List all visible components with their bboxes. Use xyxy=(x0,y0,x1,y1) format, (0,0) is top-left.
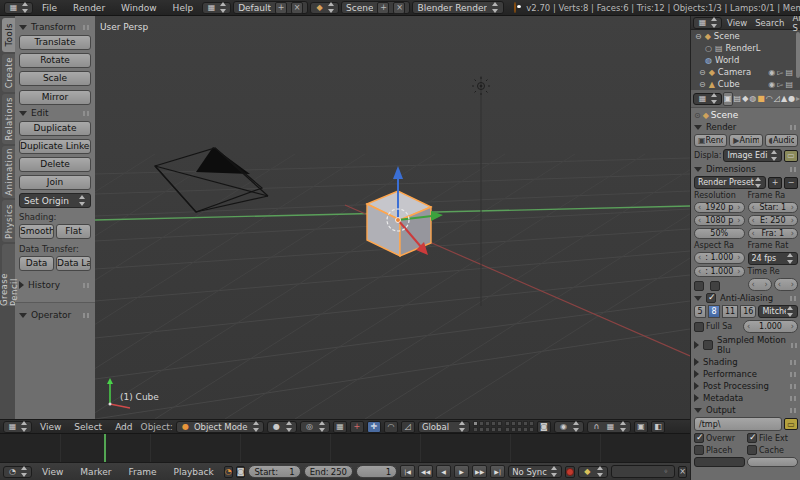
panel-shading-header[interactable]: Shading xyxy=(694,357,798,367)
menu-view[interactable]: View xyxy=(35,467,70,477)
menu-search[interactable]: Search xyxy=(752,18,787,28)
menu-view[interactable]: View xyxy=(724,18,750,28)
visibility-eye-icon[interactable]: ◉ xyxy=(768,80,775,89)
menu-window[interactable]: Window xyxy=(114,3,164,13)
outliner-item-camera[interactable]: ⊖ ◆ Camera ◉ ▻ ▤ xyxy=(691,66,800,78)
editor-type-selector[interactable]: ◔ xyxy=(3,466,32,478)
join-button[interactable]: Join xyxy=(19,175,91,190)
tab-physics[interactable]: Physics xyxy=(2,200,15,242)
aa-size-field[interactable]: ‹1.000› xyxy=(743,320,798,333)
panel-dimensions-header[interactable]: Dimensions xyxy=(694,164,798,174)
frame-rate-selector[interactable]: 24 fps xyxy=(748,252,799,265)
menu-file[interactable]: File xyxy=(35,3,64,13)
lock-frame-icon[interactable]: ◙ xyxy=(236,466,246,478)
selectable-cursor-icon[interactable]: ▻ xyxy=(777,80,783,89)
menu-add[interactable]: Add xyxy=(110,422,137,432)
tab-relations[interactable]: Relations xyxy=(2,94,15,144)
time-remap-new-field[interactable]: ‹› xyxy=(774,278,798,291)
jump-to-end-button[interactable]: ▶| xyxy=(490,465,505,478)
aa-samples-11-button[interactable]: 11 xyxy=(722,305,738,318)
tab-object-data[interactable]: ▲ xyxy=(781,92,787,106)
renderable-camera-icon[interactable]: ▤ xyxy=(785,80,793,89)
panel-antialiasing-header[interactable]: Anti-Aliasing xyxy=(694,293,798,303)
data-layout-button[interactable]: Data Lay xyxy=(56,256,91,271)
aa-filter-selector[interactable]: Mitchell- xyxy=(758,305,798,318)
tab-tools[interactable]: Tools xyxy=(2,18,15,52)
duplicate-linked-button[interactable]: Duplicate Linked xyxy=(19,139,91,154)
tab-material[interactable]: ● xyxy=(788,92,795,106)
scene-icon-button[interactable]: ◆ xyxy=(310,2,339,14)
play-button[interactable]: ▶ xyxy=(454,465,469,478)
next-keyframe-button[interactable]: ▶▶ xyxy=(472,465,487,478)
editor-type-selector[interactable]: ▦ xyxy=(3,421,32,433)
scale-button[interactable]: Scale xyxy=(19,71,91,86)
menu-marker[interactable]: Marker xyxy=(73,467,118,477)
panel-output-header[interactable]: Output xyxy=(694,405,798,415)
tab-render-layers[interactable]: ▤ xyxy=(734,92,742,106)
time-remap-old-field[interactable]: ‹› xyxy=(748,278,772,291)
play-reverse-button[interactable]: ◀ xyxy=(436,465,451,478)
tab-constraints[interactable]: ◠ xyxy=(766,92,773,106)
opengl-render-anim-button[interactable]: ◧ xyxy=(651,421,665,433)
flat-button[interactable]: Flat xyxy=(56,224,91,239)
render-engine-selector[interactable]: Blender Render xyxy=(412,1,504,14)
manipulator-axis-icon[interactable]: + xyxy=(350,421,364,433)
tab-scroll-right-icon[interactable]: ▸ xyxy=(796,93,800,104)
scene-selector[interactable]: Scene + × xyxy=(341,1,410,14)
panel-post-processing-header[interactable]: Post Processing xyxy=(694,381,798,391)
jump-to-start-button[interactable]: |◀ xyxy=(400,465,415,478)
duplicate-button[interactable]: Duplicate xyxy=(19,121,91,136)
menu-render[interactable]: Render xyxy=(66,3,112,13)
motion-blur-checkbox[interactable] xyxy=(703,340,713,350)
keying-set-type-selector[interactable]: ◆ xyxy=(578,466,608,478)
format-extra-field[interactable] xyxy=(747,457,798,467)
outliner-item-scene[interactable]: ⊖ ◆ Scene xyxy=(691,30,800,42)
manipulator-toggle[interactable]: ▦ xyxy=(333,421,347,433)
border-checkbox[interactable] xyxy=(694,281,704,291)
collapse-icon[interactable]: ⊖ xyxy=(699,68,706,77)
outliner-item-renderlayers[interactable]: ○ ▤ RenderL xyxy=(691,42,800,54)
panel-operator-header[interactable]: Operator xyxy=(19,310,91,320)
render-presets-selector[interactable]: Render Presets xyxy=(694,176,766,189)
menu-select[interactable]: Select xyxy=(69,422,107,432)
editor-type-selector[interactable]: ▦ xyxy=(4,2,33,14)
cache-result-checkbox[interactable]: Cache xyxy=(747,445,798,455)
panel-performance-header[interactable]: Performance xyxy=(694,369,798,379)
close-layout-button[interactable]: × xyxy=(291,2,303,14)
tab-scene[interactable]: ◆ xyxy=(742,92,748,106)
menu-frame[interactable]: Frame xyxy=(121,467,163,477)
render-animation-button[interactable]: ▶ Anim xyxy=(729,134,762,147)
tab-render[interactable]: ▣ xyxy=(723,92,733,106)
translate-button[interactable]: Translate xyxy=(19,35,91,50)
layer-selector[interactable] xyxy=(473,421,534,432)
panel-metadata-header[interactable]: Metadata xyxy=(694,393,798,403)
outliner-item-cube[interactable]: ⊖ ▲ Cube ◉ ▻ ▤ xyxy=(691,78,800,90)
viewport-canvas[interactable]: User Persp (1) Cube xyxy=(0,16,690,419)
collapse-icon[interactable]: ⊖ xyxy=(695,32,702,41)
panel-render-header[interactable]: Render xyxy=(694,122,798,132)
full-sample-checkbox[interactable]: Full Sa xyxy=(694,322,741,332)
placeholders-checkbox[interactable]: Placeh xyxy=(694,445,745,455)
resolution-y-field[interactable]: ‹1080 p› xyxy=(694,215,745,226)
aa-samples-5-button[interactable]: 5 xyxy=(694,305,706,318)
mirror-button[interactable]: Mirror xyxy=(19,90,91,105)
frame-end-field[interactable]: End: 250 xyxy=(304,465,353,478)
manipulator-rotate-icon[interactable]: ◠ xyxy=(384,421,398,433)
viewport-shading-selector[interactable]: ● xyxy=(267,421,297,433)
tab-object[interactable]: ■ xyxy=(757,92,765,106)
frame-start-field[interactable]: ‹Star: 1› xyxy=(748,202,799,213)
add-preset-button[interactable]: + xyxy=(768,177,782,189)
render-audio-button[interactable]: ◖ Audio xyxy=(765,134,798,147)
opengl-render-button[interactable]: ▣ xyxy=(634,421,648,433)
tab-create[interactable]: Create xyxy=(2,54,15,92)
timeline-strip[interactable] xyxy=(0,433,690,462)
preview-range-icon[interactable]: ◔ xyxy=(224,466,233,478)
screen-layout-icon[interactable]: ▦ xyxy=(202,2,231,14)
resolution-percentage-slider[interactable]: 50% xyxy=(694,228,745,239)
output-path-field[interactable]: /tmp\ xyxy=(694,417,782,431)
delete-button[interactable]: Delete xyxy=(19,157,91,172)
tab-animation[interactable]: Animation xyxy=(2,146,15,198)
aa-samples-16-button[interactable]: 16 xyxy=(740,305,756,318)
aspect-y-field[interactable]: ‹: 1.000› xyxy=(694,266,745,278)
display-mode-value[interactable]: All S xyxy=(789,16,800,33)
